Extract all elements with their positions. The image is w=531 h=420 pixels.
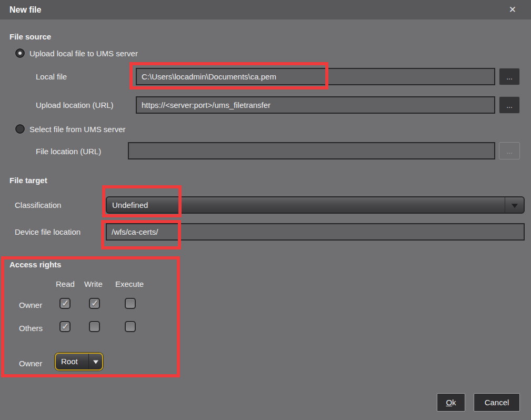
- file-location-input[interactable]: [128, 142, 495, 159]
- col-header-read: Read: [56, 279, 75, 288]
- dialog-title: New file: [9, 0, 41, 19]
- local-file-input[interactable]: [136, 68, 495, 85]
- ok-button[interactable]: Ok: [437, 393, 465, 412]
- chevron-down-icon[interactable]: [88, 354, 102, 369]
- upload-location-label: Upload location (URL): [36, 101, 114, 109]
- select-from-server-radio-label[interactable]: Select file from UMS server: [29, 125, 126, 134]
- dialog-titlebar: New file ✕: [0, 0, 531, 19]
- classification-label: Classification: [15, 201, 61, 209]
- others-write-checkbox[interactable]: [89, 321, 100, 332]
- upload-local-radio[interactable]: [15, 48, 25, 58]
- owner-write-checkbox[interactable]: [89, 298, 100, 309]
- owner-select-dropdown[interactable]: Root: [55, 353, 103, 371]
- others-read-checkbox[interactable]: [59, 321, 71, 332]
- col-header-write: Write: [84, 279, 103, 288]
- new-file-dialog: New file ✕ File source Upload local file…: [0, 0, 531, 420]
- select-from-server-radio[interactable]: [15, 124, 25, 134]
- col-header-execute: Execute: [115, 279, 144, 288]
- others-execute-checkbox[interactable]: [125, 321, 136, 332]
- owner-select-value: Root: [61, 354, 78, 369]
- file-location-label: File location (URL): [36, 147, 101, 156]
- owner-execute-checkbox[interactable]: [125, 298, 136, 309]
- upload-location-input[interactable]: [136, 96, 495, 114]
- local-file-label: Local file: [36, 72, 67, 81]
- file-source-heading: File source: [9, 32, 51, 41]
- cancel-button[interactable]: Cancel: [474, 393, 520, 412]
- file-location-browse-button: ...: [499, 142, 520, 159]
- access-rights-heading: Access rights: [9, 260, 61, 269]
- owner-read-checkbox[interactable]: [59, 298, 71, 309]
- device-file-location-label: Device file location: [15, 227, 81, 236]
- local-file-browse-button[interactable]: ...: [499, 68, 520, 85]
- owner-select-label: Owner: [19, 359, 42, 368]
- close-icon[interactable]: ✕: [509, 0, 516, 19]
- classification-dropdown[interactable]: Undefined: [106, 196, 525, 214]
- others-row-label: Others: [19, 324, 43, 333]
- upload-location-browse-button[interactable]: ...: [499, 96, 520, 114]
- upload-local-radio-label[interactable]: Upload local file to UMS server: [29, 49, 138, 58]
- classification-value: Undefined: [112, 197, 148, 213]
- file-target-heading: File target: [9, 176, 47, 185]
- owner-row-label: Owner: [19, 301, 42, 309]
- chevron-down-icon[interactable]: [505, 197, 524, 213]
- device-file-location-input[interactable]: [106, 223, 525, 241]
